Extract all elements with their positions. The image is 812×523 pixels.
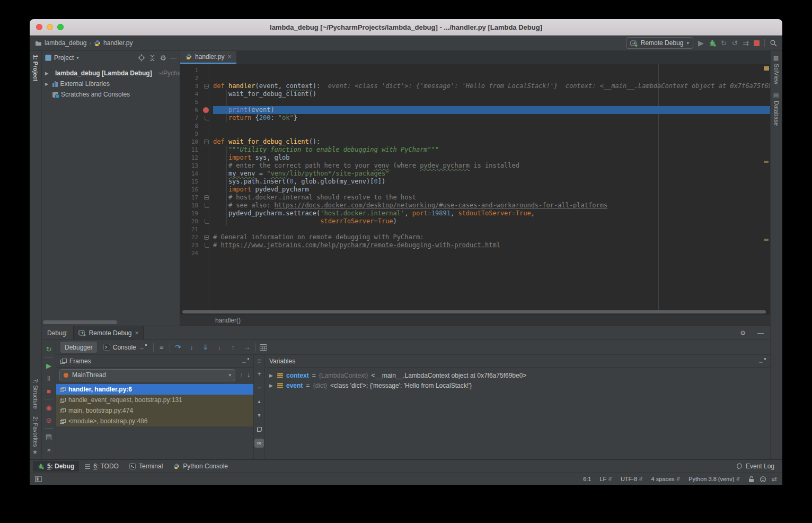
gutter[interactable] (202, 225, 213, 233)
gutter[interactable] (202, 170, 213, 178)
close-session-icon[interactable]: × (135, 329, 138, 337)
run-icon[interactable]: ▶ (698, 39, 704, 47)
coverage-icon[interactable]: ⇉ (743, 39, 749, 47)
more-icon[interactable]: » (42, 443, 56, 456)
gutter[interactable]: − (202, 138, 213, 146)
debug-session-tab[interactable]: Remote Debug × (73, 326, 144, 339)
toolwindow-button-python-console[interactable]: Python Console (169, 461, 233, 472)
gear-icon[interactable]: ⚙ (160, 54, 166, 62)
stop-icon[interactable]: ■ (42, 385, 56, 397)
toolwindow-button--debug[interactable]: 5: Debug (33, 461, 79, 472)
run-config-selector[interactable]: Remote Debug ▾ (626, 37, 693, 49)
locate-file-icon[interactable] (138, 54, 145, 62)
menu-icon[interactable]: ≡ (254, 355, 264, 367)
status-item-6-1[interactable]: 6:1 (583, 476, 591, 482)
sync-icon[interactable]: ⇄ (772, 475, 777, 483)
move-up-icon[interactable]: ▲ (254, 395, 264, 408)
search-everywhere-icon[interactable] (770, 39, 777, 47)
evaluate-expression-icon[interactable] (260, 344, 267, 351)
editor-horizontal-scrollbar[interactable] (180, 310, 770, 314)
fold-end-icon[interactable] (205, 203, 209, 208)
code-area[interactable]: 123−def handler(event, context): event: … (180, 64, 770, 310)
tree-item-external-libraries[interactable]: ▶External Libraries (42, 79, 180, 89)
frame-row[interactable]: handle_event_request, bootstrap.py:131 (56, 395, 253, 405)
gutter[interactable] (202, 98, 213, 106)
gutter[interactable] (202, 162, 213, 170)
fold-end-icon[interactable] (205, 219, 209, 224)
resume-icon[interactable]: ▶ (42, 359, 56, 372)
pin-icon[interactable]: → (241, 358, 249, 364)
tab-debugger[interactable]: Debugger (60, 342, 97, 353)
add-watch-icon[interactable]: + (254, 367, 264, 381)
gutter[interactable] (202, 178, 213, 186)
event-log-button[interactable]: Event Log (731, 461, 779, 472)
minimize-window-button[interactable] (47, 24, 53, 30)
duplicate-icon[interactable] (254, 422, 264, 436)
attach-profiler-icon[interactable]: ↻ (721, 39, 727, 47)
rerun-debug-icon[interactable]: ↻ (42, 343, 56, 355)
project-horizontal-scrollbar[interactable] (43, 320, 117, 324)
force-step-into-icon[interactable]: ⇓ (200, 343, 211, 351)
gutter[interactable]: − (202, 82, 213, 90)
gutter[interactable] (202, 130, 213, 138)
fold-end-icon[interactable] (205, 243, 209, 248)
gutter[interactable] (202, 241, 213, 249)
breadcrumb-project[interactable]: lambda_debug (45, 39, 86, 47)
tab-console[interactable]: Console→ (99, 342, 151, 353)
show-execution-point-icon[interactable]: ≡ (156, 343, 167, 351)
tool-stripe-button-sciview[interactable]: ▦SciView (773, 51, 780, 88)
toolwindow-button--todo[interactable]: 6: TODO (80, 461, 123, 472)
debug-icon[interactable] (709, 39, 716, 47)
gutter[interactable] (202, 249, 213, 257)
fold-collapse-icon[interactable]: − (204, 195, 209, 200)
gutter[interactable] (202, 114, 213, 122)
view-breakpoints-icon[interactable]: ◉ (42, 401, 56, 414)
close-window-button[interactable] (36, 24, 42, 30)
gutter[interactable]: − (202, 194, 213, 202)
gear-icon[interactable]: ⚙ (740, 329, 746, 337)
next-frame-icon[interactable]: ↓ (247, 371, 250, 379)
gutter[interactable] (202, 90, 213, 98)
gutter[interactable] (202, 217, 213, 225)
thread-selector[interactable]: MainThread ▾ (59, 369, 235, 381)
variable-row[interactable]: ▶context = {LambdaContext} <__main__.Lam… (265, 370, 770, 380)
gutter[interactable]: − (202, 233, 213, 241)
tool-stripe-button-2-favorites[interactable]: 2: Favorites★ (32, 413, 39, 459)
editor-tab-handler[interactable]: handler.py × (180, 51, 236, 64)
close-tab-icon[interactable]: × (227, 53, 231, 60)
zoom-window-button[interactable] (57, 24, 64, 30)
theme-face-icon[interactable] (760, 476, 766, 483)
project-view-selector[interactable]: Project ▾ (45, 54, 79, 62)
run-to-cursor-icon[interactable]: → (241, 343, 253, 351)
tree-item-lambda_debug-lambda-debug-[interactable]: ▶lambda_debug [Lambda Debug]~/PycharmPro… (42, 68, 180, 79)
prev-frame-icon[interactable]: ↑ (240, 371, 243, 379)
gutter[interactable] (202, 74, 213, 82)
tool-stripe-button-7-structure[interactable]: 7: Structure (32, 375, 39, 413)
move-down-icon[interactable]: ▼ (254, 408, 264, 422)
step-into-icon[interactable]: ↓ (186, 343, 198, 351)
status-item-lf[interactable]: LF⇵ (599, 476, 612, 482)
gutter[interactable] (202, 202, 213, 210)
step-over-icon[interactable]: ↷ (172, 343, 184, 351)
chevron-right-icon[interactable]: ▶ (45, 71, 50, 76)
frame-row[interactable]: <module>, bootstrap.py:486 (56, 416, 253, 426)
pause-icon[interactable]: Ⅱ (42, 372, 56, 385)
expand-triangle-icon[interactable]: ▶ (269, 383, 274, 388)
status-item-4-spaces[interactable]: 4 spaces⇵ (651, 476, 681, 482)
gutter[interactable] (202, 146, 213, 154)
lock-icon[interactable] (748, 476, 754, 483)
hide-panel-icon[interactable]: — (170, 54, 176, 62)
gutter[interactable] (202, 186, 213, 194)
stop-icon[interactable] (754, 40, 760, 46)
gutter[interactable] (202, 122, 213, 130)
gutter[interactable] (202, 154, 213, 162)
breakpoint-icon[interactable] (203, 107, 209, 113)
step-into-my-code-icon[interactable]: ↓ (214, 343, 225, 351)
collapse-all-icon[interactable] (149, 55, 156, 62)
toolwindow-toggle-icon[interactable] (35, 476, 42, 482)
status-item-python-3-8-venv-[interactable]: Python 3.8 (venv)⇵ (689, 476, 740, 482)
evaluate-infinity-icon[interactable]: ∞ (254, 436, 264, 450)
expand-triangle-icon[interactable]: ▶ (269, 373, 274, 378)
frame-row[interactable]: handler, handler.py:6 (56, 384, 253, 395)
restart-icon[interactable]: ↺ (732, 39, 738, 47)
